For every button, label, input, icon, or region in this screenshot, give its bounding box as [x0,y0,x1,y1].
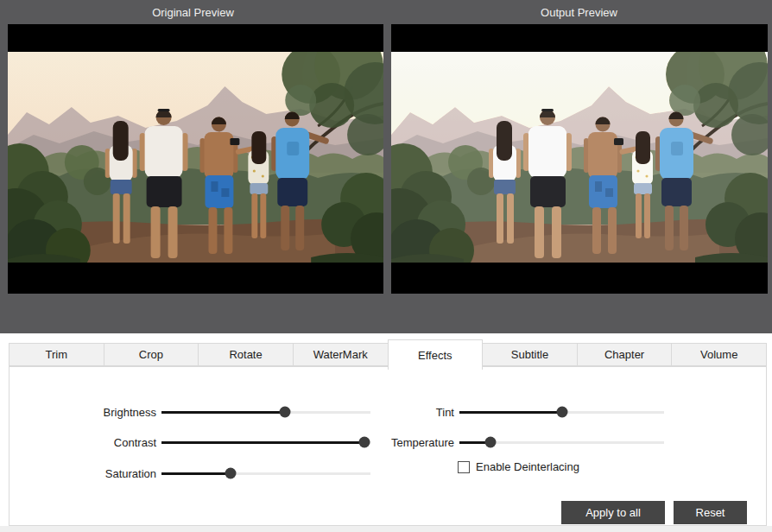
original-preview-video [8,24,383,294]
tab-rotate[interactable]: Rotate [198,343,294,366]
tab-effects[interactable]: Effects [388,339,484,370]
tint-slider-thumb[interactable] [556,407,567,418]
brightness-slider[interactable] [161,411,370,414]
tint-label: Tint [436,406,454,419]
tab-crop[interactable]: Crop [104,343,199,366]
tab-volume[interactable]: Volume [671,343,767,366]
enable-deinterlacing-label: Enable Deinterlacing [476,460,579,473]
preview-section: Original Preview Output Preview [0,0,772,333]
saturation-slider-fill [161,472,231,475]
temperature-slider-thumb[interactable] [484,437,496,448]
tab-watermark[interactable]: WaterMark [293,343,389,366]
enable-deinterlacing-checkbox[interactable] [458,461,470,473]
tool-tabs: Trim Crop Rotate WaterMark Effects Subti… [9,343,767,366]
tab-chapter[interactable]: Chapter [577,343,673,366]
contrast-slider[interactable] [161,441,370,444]
tab-trim[interactable]: Trim [9,343,104,366]
contrast-slider-row: Contrast [161,434,370,451]
saturation-slider[interactable] [161,472,370,475]
brightness-slider-row: Brightness [161,403,370,421]
preview-title-bar: Original Preview Output Preview [0,0,772,24]
temperature-slider[interactable] [459,441,664,444]
reset-button[interactable]: Reset [674,501,747,524]
contrast-slider-fill [161,441,364,444]
contrast-label: Contrast [114,436,156,449]
brightness-label: Brightness [104,406,156,419]
saturation-label: Saturation [105,467,156,480]
apply-to-all-button[interactable]: Apply to all [561,501,665,524]
contrast-slider-thumb[interactable] [358,437,370,448]
effects-panel: Brightness Contrast Saturation [9,366,767,526]
output-preview-video [391,24,768,294]
window-bottom-edge [0,526,772,532]
output-video-frame [391,52,768,263]
tint-slider[interactable] [459,411,664,414]
tab-subtitle[interactable]: Subtitle [482,343,578,366]
editor-lower-section: Trim Crop Rotate WaterMark Effects Subti… [0,333,772,532]
temperature-slider-row: Temperature [459,434,664,451]
deinterlacing-row: Enable Deinterlacing [458,460,579,473]
video-editor-window: Original Preview Output Preview [0,0,772,532]
video-previews [8,24,768,294]
brightness-slider-thumb[interactable] [279,407,290,418]
tint-slider-row: Tint [459,403,664,421]
saturation-slider-thumb[interactable] [225,468,236,479]
output-preview-title: Output Preview [386,0,772,24]
brightness-slider-fill [161,411,285,414]
transport-bar: 00:02:09/00:02:17 [0,294,772,333]
temperature-label: Temperature [391,436,454,449]
original-preview-title: Original Preview [0,0,386,24]
saturation-slider-row: Saturation [161,465,370,482]
original-video-frame [8,52,383,263]
tint-slider-fill [459,411,562,414]
